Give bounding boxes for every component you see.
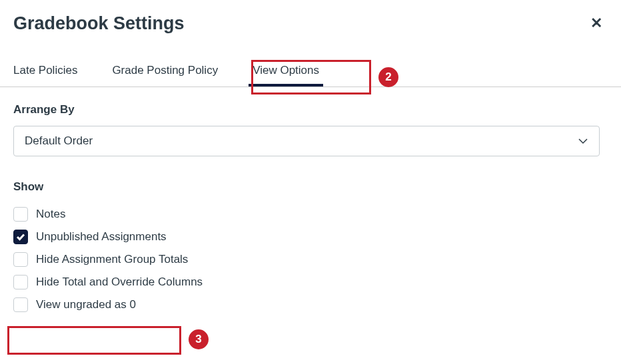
close-icon: ✕ xyxy=(590,15,602,31)
tab-view-options[interactable]: View Options xyxy=(249,59,323,87)
checkbox-hide-group-totals[interactable] xyxy=(13,252,28,267)
show-label: Show xyxy=(13,180,608,194)
checkbox-row-hide-total-override[interactable]: Hide Total and Override Columns xyxy=(13,271,608,293)
arrange-by-label: Arrange By xyxy=(13,103,608,116)
tab-grade-posting-policy[interactable]: Grade Posting Policy xyxy=(108,59,222,87)
checkbox-unpublished[interactable] xyxy=(13,230,28,244)
checkbox-hide-total-override[interactable] xyxy=(13,275,28,289)
close-button[interactable]: ✕ xyxy=(585,12,608,35)
tab-late-policies[interactable]: Late Policies xyxy=(9,59,81,87)
checkbox-ungraded-zero[interactable] xyxy=(13,297,28,312)
chevron-down-icon xyxy=(578,136,588,146)
checkbox-label-hide-group-totals: Hide Assignment Group Totals xyxy=(36,253,188,266)
checkbox-row-unpublished[interactable]: Unpublished Assignments xyxy=(13,226,608,248)
checkbox-label-hide-total-override: Hide Total and Override Columns xyxy=(36,275,203,289)
checkbox-notes[interactable] xyxy=(13,207,28,222)
arrange-by-select[interactable]: Default Order xyxy=(13,126,600,156)
checkbox-label-unpublished: Unpublished Assignments xyxy=(36,230,167,244)
checkbox-row-hide-group-totals[interactable]: Hide Assignment Group Totals xyxy=(13,248,608,271)
arrange-by-section: Arrange By Default Order xyxy=(13,103,608,156)
page-title: Gradebook Settings xyxy=(13,13,185,34)
show-section: Show Notes Unpublished Assignments Hide … xyxy=(13,180,608,316)
arrange-by-selected-value: Default Order xyxy=(25,134,93,148)
annotation-circle-3: 3 xyxy=(189,329,209,349)
checkmark-icon xyxy=(16,232,25,242)
checkbox-label-notes: Notes xyxy=(36,208,65,221)
tabs-container: Late Policies Grade Posting Policy View … xyxy=(9,59,621,87)
checkbox-row-notes[interactable]: Notes xyxy=(13,203,608,226)
checkbox-row-ungraded-zero[interactable]: View ungraded as 0 xyxy=(13,293,608,316)
checkbox-label-ungraded-zero: View ungraded as 0 xyxy=(36,298,136,311)
